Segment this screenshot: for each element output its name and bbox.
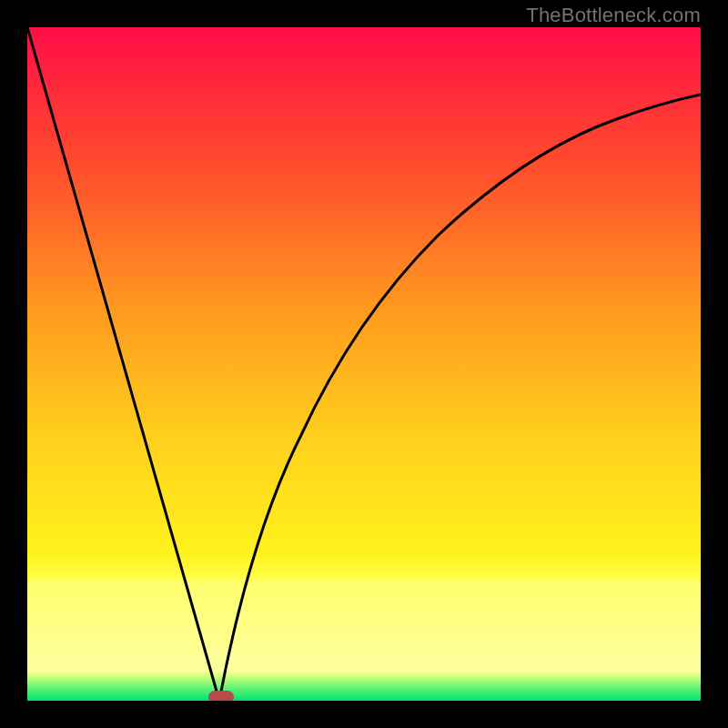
minimum-marker — [208, 691, 234, 701]
gradient-background — [27, 27, 701, 701]
chart-frame: TheBottleneck.com — [0, 0, 728, 728]
chart-plot — [27, 27, 701, 701]
watermark-text: TheBottleneck.com — [526, 4, 701, 27]
